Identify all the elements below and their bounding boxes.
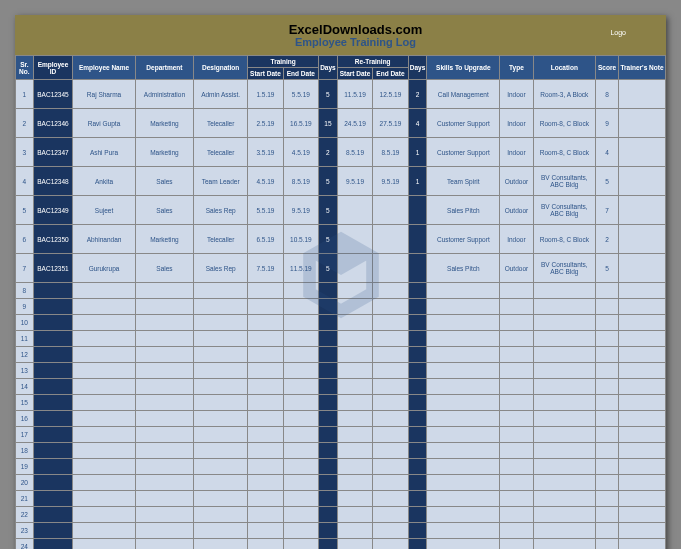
cell[interactable] [319,523,338,539]
cell[interactable] [373,347,408,363]
cell[interactable] [373,254,408,283]
cell[interactable] [337,507,372,523]
cell[interactable] [618,331,665,347]
cell[interactable] [373,411,408,427]
cell[interactable] [533,379,595,395]
hdr-enm[interactable]: Employee Name [73,56,135,80]
cell[interactable] [408,491,427,507]
cell[interactable] [618,459,665,475]
table-row[interactable]: 20 [16,475,666,491]
hdr-sd2[interactable]: Start Date [337,68,372,80]
cell[interactable]: BV Consultants, ABC Bldg [533,196,595,225]
cell[interactable] [500,315,533,331]
table-row[interactable]: 9 [16,299,666,315]
cell[interactable] [194,539,248,549]
cell[interactable]: Abhinandan [73,225,135,254]
cell[interactable] [248,443,283,459]
hdr-sr[interactable]: Sr. No. [16,56,34,80]
cell[interactable]: Sales Rep [194,196,248,225]
cell[interactable]: BAC12345 [33,80,73,109]
cell[interactable]: 16.5.19 [283,109,318,138]
cell[interactable]: 1 [16,80,34,109]
cell[interactable] [408,523,427,539]
cell[interactable] [33,491,73,507]
cell[interactable] [194,299,248,315]
cell[interactable] [194,347,248,363]
cell[interactable] [533,299,595,315]
cell[interactable] [408,507,427,523]
cell[interactable] [500,283,533,299]
cell[interactable] [596,443,619,459]
cell[interactable]: 8 [596,80,619,109]
cell[interactable]: 19 [16,459,34,475]
cell[interactable] [283,363,318,379]
cell[interactable] [618,109,665,138]
cell[interactable] [337,315,372,331]
cell[interactable]: 15 [319,109,338,138]
cell[interactable]: 15 [16,395,34,411]
cell[interactable] [337,299,372,315]
table-row[interactable]: 18 [16,443,666,459]
cell[interactable]: 6.5.19 [248,225,283,254]
cell[interactable] [73,299,135,315]
cell[interactable] [319,331,338,347]
cell[interactable] [337,283,372,299]
cell[interactable]: 5 [596,167,619,196]
table-row[interactable]: 15 [16,395,666,411]
cell[interactable]: 8.5.19 [283,167,318,196]
cell[interactable] [500,523,533,539]
cell[interactable]: 20 [16,475,34,491]
cell[interactable] [135,347,193,363]
cell[interactable] [283,459,318,475]
cell[interactable]: Outdoor [500,167,533,196]
table-row[interactable]: 17 [16,427,666,443]
cell[interactable] [408,347,427,363]
cell[interactable]: Sujeet [73,196,135,225]
cell[interactable] [500,363,533,379]
cell[interactable] [596,539,619,549]
cell[interactable]: Marketing [135,138,193,167]
cell[interactable] [618,443,665,459]
cell[interactable] [194,379,248,395]
cell[interactable] [33,363,73,379]
cell[interactable]: 5 [319,254,338,283]
cell[interactable] [73,427,135,443]
table-row[interactable]: 2BAC12346Ravi GuptaMarketingTelecaller2.… [16,109,666,138]
cell[interactable] [373,315,408,331]
cell[interactable] [248,395,283,411]
cell[interactable] [533,443,595,459]
cell[interactable] [408,299,427,315]
cell[interactable]: 2 [319,138,338,167]
cell[interactable]: Marketing [135,109,193,138]
cell[interactable] [73,331,135,347]
cell[interactable]: 4 [408,109,427,138]
cell[interactable] [373,196,408,225]
cell[interactable] [73,491,135,507]
cell[interactable] [337,475,372,491]
cell[interactable]: 7.5.19 [248,254,283,283]
cell[interactable] [596,395,619,411]
cell[interactable] [73,539,135,549]
cell[interactable] [427,379,500,395]
cell[interactable] [618,475,665,491]
cell[interactable] [596,427,619,443]
cell[interactable]: 10 [16,315,34,331]
cell[interactable] [73,443,135,459]
cell[interactable]: 1.5.19 [248,80,283,109]
cell[interactable] [500,507,533,523]
cell[interactable] [248,315,283,331]
cell[interactable] [618,138,665,167]
cell[interactable]: 18 [16,443,34,459]
cell[interactable]: 4.5.19 [283,138,318,167]
cell[interactable] [596,459,619,475]
cell[interactable] [596,475,619,491]
cell[interactable] [248,379,283,395]
cell[interactable] [618,411,665,427]
cell[interactable]: 9 [596,109,619,138]
cell[interactable] [135,443,193,459]
cell[interactable] [33,459,73,475]
table-row[interactable]: 10 [16,315,666,331]
table-row[interactable]: 24 [16,539,666,549]
cell[interactable]: Marketing [135,225,193,254]
cell[interactable] [596,283,619,299]
